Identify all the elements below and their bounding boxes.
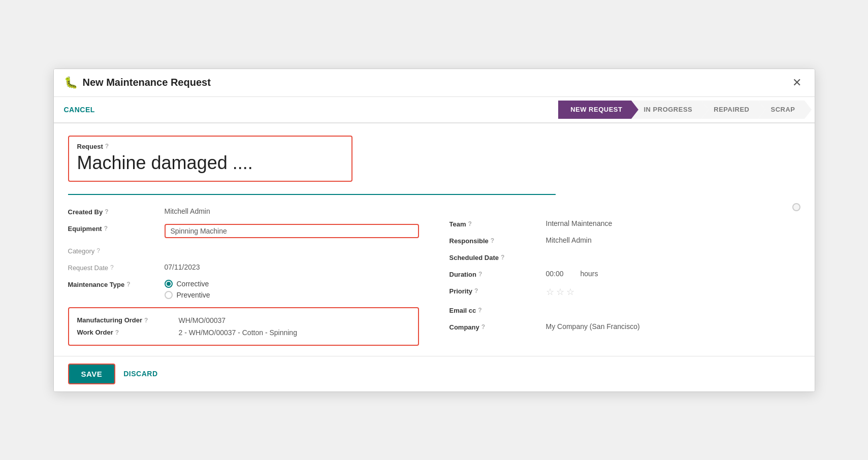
request-date-label: Request Date ?: [68, 263, 165, 272]
right-column: Team ? Internal Maintenance Responsible …: [449, 203, 800, 346]
priority-row: Priority ? ☆ ☆ ☆: [449, 282, 800, 302]
radio-corrective[interactable]: Corrective: [165, 280, 419, 288]
priority-help-icon[interactable]: ?: [474, 287, 478, 294]
team-label: Team ?: [449, 219, 546, 228]
request-date-row: Request Date ? 07/11/2023: [68, 259, 419, 276]
status-steps: NEW REQUEST IN PROGRESS REPAIRED SCRAP: [558, 101, 804, 119]
responsible-value: Mitchell Admin: [546, 236, 800, 244]
scheduled-date-help-icon[interactable]: ?: [501, 254, 504, 261]
step-in-progress[interactable]: IN PROGRESS: [631, 101, 701, 119]
responsible-label: Responsible ?: [449, 236, 546, 245]
duration-input[interactable]: [546, 270, 576, 278]
priority-label: Priority ?: [449, 286, 546, 295]
status-bar: CANCEL NEW REQUEST IN PROGRESS REPAIRED …: [54, 97, 815, 123]
team-value: Internal Maintenance: [546, 219, 800, 227]
maintenance-type-label: Maintenance Type ?: [68, 280, 165, 288]
created-by-label: Created By ?: [68, 207, 165, 216]
category-label: Category ?: [68, 246, 165, 255]
action-bar: SAVE DISCARD: [54, 356, 815, 391]
request-label: Request ?: [77, 143, 343, 150]
email-cc-row: Email cc ?: [449, 302, 800, 318]
form-body: Request ? Created By ? Mitchell Admin: [54, 123, 815, 356]
created-by-row: Created By ? Mitchell Admin: [68, 203, 419, 220]
title-bar-left: 🐛 New Maintenance Request: [64, 76, 211, 89]
equipment-value: Spinning Machine: [171, 227, 227, 235]
scheduled-date-row: Scheduled Date ?: [449, 249, 800, 266]
equipment-label: Equipment ?: [68, 224, 165, 233]
company-value: My Company (San Francisco): [546, 322, 800, 331]
request-help-icon[interactable]: ?: [105, 143, 109, 150]
priority-star-1[interactable]: ☆: [546, 286, 554, 298]
duration-row: Duration ? hours: [449, 266, 800, 282]
category-help-icon[interactable]: ?: [97, 247, 100, 254]
team-help-icon[interactable]: ?: [468, 220, 472, 227]
category-row: Category ?: [68, 242, 419, 259]
manufacturing-section: Manufacturing Order ? WH/MO/00037 Work O…: [68, 307, 419, 346]
work-order-row: Work Order ? 2 - WH/MO/00037 - Cotton - …: [77, 326, 410, 339]
maintenance-request-modal: 🐛 New Maintenance Request ✕ CANCEL NEW R…: [53, 69, 815, 392]
manufacturing-order-help-icon[interactable]: ?: [144, 317, 148, 324]
bug-icon: 🐛: [64, 76, 78, 89]
priority-stars: ☆ ☆ ☆: [546, 286, 800, 298]
maintenance-type-options: Corrective Preventive: [165, 280, 419, 299]
form-divider: [68, 194, 556, 195]
request-date-value: 07/11/2023: [165, 263, 419, 271]
email-cc-label: Email cc ?: [449, 306, 546, 314]
radio-preventive-label: Preventive: [177, 291, 210, 299]
status-circle-indicator: [792, 203, 800, 211]
close-button[interactable]: ✕: [789, 75, 805, 90]
equipment-field[interactable]: Spinning Machine: [165, 224, 419, 238]
priority-star-3[interactable]: ☆: [566, 286, 574, 298]
work-order-value: 2 - WH/MO/00037 - Cotton - Spinning: [179, 328, 297, 337]
cancel-button[interactable]: CANCEL: [64, 106, 95, 114]
created-by-help-icon[interactable]: ?: [105, 208, 108, 215]
duration-label: Duration ?: [449, 270, 546, 278]
maintenance-type-row: Maintenance Type ? Corrective Preventive: [68, 276, 419, 303]
work-order-help-icon[interactable]: ?: [115, 329, 119, 336]
step-repaired[interactable]: REPAIRED: [701, 101, 758, 119]
maintenance-type-help-icon[interactable]: ?: [126, 281, 130, 288]
responsible-help-icon[interactable]: ?: [491, 237, 494, 244]
modal-title: New Maintenance Request: [83, 77, 211, 88]
radio-corrective-label: Corrective: [177, 280, 209, 288]
scheduled-date-label: Scheduled Date ?: [449, 253, 546, 261]
radio-corrective-circle: [165, 280, 173, 288]
team-row: Team ? Internal Maintenance: [449, 215, 800, 232]
title-bar: 🐛 New Maintenance Request ✕: [54, 69, 815, 97]
company-label: Company ?: [449, 322, 546, 331]
responsible-row: Responsible ? Mitchell Admin: [449, 232, 800, 249]
request-date-help-icon[interactable]: ?: [110, 264, 114, 271]
request-section: Request ?: [68, 136, 352, 182]
email-cc-help-icon[interactable]: ?: [478, 307, 481, 314]
company-row: Company ? My Company (San Francisco): [449, 318, 800, 335]
manufacturing-order-value: WH/MO/00037: [179, 316, 226, 324]
manufacturing-order-label: Manufacturing Order ?: [77, 316, 179, 324]
priority-star-2[interactable]: ☆: [556, 286, 564, 298]
discard-button[interactable]: DISCARD: [123, 370, 157, 378]
equipment-help-icon[interactable]: ?: [104, 225, 108, 232]
save-button[interactable]: SAVE: [68, 364, 116, 384]
step-new-request[interactable]: NEW REQUEST: [558, 101, 631, 119]
radio-preventive[interactable]: Preventive: [165, 291, 419, 299]
manufacturing-order-row: Manufacturing Order ? WH/MO/00037: [77, 314, 410, 326]
left-column: Created By ? Mitchell Admin Equipment ? …: [68, 203, 419, 346]
equipment-row: Equipment ? Spinning Machine: [68, 220, 419, 242]
request-input[interactable]: [77, 152, 343, 174]
created-by-value: Mitchell Admin: [165, 207, 419, 215]
duration-help-icon[interactable]: ?: [478, 271, 482, 278]
work-order-label: Work Order ?: [77, 328, 179, 336]
duration-unit: hours: [581, 270, 598, 278]
radio-preventive-circle: [165, 291, 173, 299]
company-help-icon[interactable]: ?: [481, 323, 485, 331]
two-column-layout: Created By ? Mitchell Admin Equipment ? …: [68, 203, 800, 346]
